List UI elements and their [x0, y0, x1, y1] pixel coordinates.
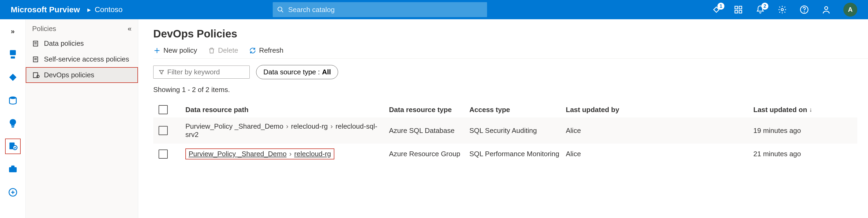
- sidebar-item-label: DevOps policies: [44, 71, 94, 79]
- toolbar: New policy Delete Refresh: [153, 46, 868, 59]
- main-content: DevOps Policies New policy Delete Refres…: [138, 19, 868, 218]
- rail-map-icon[interactable]: [7, 72, 19, 83]
- svg-point-0: [278, 7, 282, 11]
- bell-badge: 2: [762, 3, 768, 10]
- cell-type: Azure SQL Database: [389, 126, 469, 135]
- filter-keyword-input[interactable]: [167, 68, 245, 76]
- row-checkbox[interactable]: [159, 149, 168, 158]
- self-service-icon: [32, 56, 40, 63]
- cell-path[interactable]: Purview_Policy _Shared_Demo›relecloud-rg: [185, 148, 389, 159]
- row-checkbox[interactable]: [159, 126, 168, 135]
- devops-policy-icon: [32, 71, 40, 79]
- chevron-right-icon: ›: [331, 122, 333, 130]
- svg-rect-4: [739, 6, 742, 9]
- cell-updated-on: 21 minutes ago: [753, 150, 839, 158]
- col-by[interactable]: Last updated by: [566, 106, 753, 114]
- rail-policy-icon[interactable]: [7, 141, 19, 152]
- bell-icon[interactable]: 2: [755, 5, 765, 14]
- app-name: Microsoft Purview: [11, 5, 80, 14]
- chevron-right-icon: ›: [289, 150, 292, 158]
- page-title: DevOps Policies: [153, 28, 868, 40]
- filter-icon: [158, 69, 164, 76]
- search-input[interactable]: [288, 6, 483, 14]
- sidebar-item-self-service[interactable]: Self-service access policies: [26, 51, 138, 67]
- sidebar-item-devops-policies[interactable]: DevOps policies: [26, 67, 138, 83]
- cell-access: SQL Security Auditing: [469, 126, 566, 135]
- cell-path[interactable]: Purview_Policy _Shared_Demo›relecloud-rg…: [185, 122, 389, 139]
- col-path[interactable]: Data resource path: [185, 106, 389, 114]
- svg-rect-18: [9, 167, 17, 172]
- expand-rail-button[interactable]: »: [7, 26, 19, 37]
- collapse-panel-button[interactable]: «: [128, 25, 131, 33]
- nav-rail: »: [0, 19, 26, 218]
- cell-updated-by: Alice: [566, 126, 753, 135]
- avatar[interactable]: A: [843, 3, 857, 16]
- diamond-badge: 1: [717, 3, 724, 10]
- search-box[interactable]: [273, 2, 487, 17]
- sidebar-item-data-policies[interactable]: Data policies: [26, 36, 138, 51]
- result-count: Showing 1 - 2 of 2 items.: [153, 85, 868, 94]
- cell-updated-by: Alice: [566, 150, 753, 158]
- delete-button: Delete: [208, 46, 238, 54]
- rail-datasource-icon[interactable]: [7, 95, 19, 106]
- chevron-right-icon: ›: [286, 122, 288, 130]
- select-all-checkbox[interactable]: [159, 105, 168, 114]
- col-on[interactable]: Last updated on ↓: [753, 106, 839, 114]
- filter-row: Data source type : All: [153, 65, 868, 79]
- table-row[interactable]: Purview_Policy _Shared_Demo›relecloud-rg…: [153, 117, 857, 144]
- help-icon[interactable]: [799, 5, 809, 14]
- breadcrumb-chevron-icon: ▸: [87, 6, 91, 14]
- side-panel-title: Policies: [32, 25, 56, 33]
- svg-point-14: [9, 97, 16, 99]
- filter-keyword-box[interactable]: [153, 66, 250, 79]
- svg-rect-3: [735, 6, 738, 9]
- feedback-icon[interactable]: [822, 5, 831, 14]
- sidebar-item-label: Self-service access policies: [44, 55, 129, 63]
- svg-line-1: [281, 10, 283, 12]
- svg-point-7: [781, 8, 784, 11]
- col-type[interactable]: Data resource type: [389, 106, 469, 114]
- svg-rect-12: [11, 57, 15, 59]
- data-source-type-filter[interactable]: Data source type : All: [256, 65, 338, 79]
- search-icon: [277, 6, 284, 13]
- header-actions: 1 2 A: [712, 3, 868, 16]
- policy-list-icon: [32, 40, 40, 48]
- highlighted-path[interactable]: Purview_Policy _Shared_Demo›relecloud-rg: [185, 148, 334, 159]
- grid-icon[interactable]: [734, 5, 743, 14]
- side-panel: Policies « Data policies Self-service ac…: [26, 19, 138, 218]
- new-policy-button[interactable]: New policy: [153, 46, 197, 54]
- svg-rect-15: [11, 126, 14, 128]
- sidebar-item-label: Data policies: [44, 39, 84, 48]
- rail-insights-icon[interactable]: [7, 118, 19, 129]
- col-access[interactable]: Access type: [469, 106, 566, 114]
- svg-rect-6: [739, 10, 742, 13]
- cell-type: Azure Resource Group: [389, 150, 469, 158]
- svg-point-10: [825, 7, 828, 10]
- policies-table: Data resource path Data resource type Ac…: [153, 102, 857, 164]
- gear-icon[interactable]: [777, 5, 787, 14]
- cell-access: SQL Performance Monitoring: [469, 150, 566, 158]
- refresh-button[interactable]: Refresh: [249, 46, 283, 54]
- svg-rect-11: [10, 50, 16, 55]
- rail-workflow-icon[interactable]: [7, 164, 19, 175]
- tenant-name[interactable]: Contoso: [95, 5, 122, 14]
- table-header-row: Data resource path Data resource type Ac…: [153, 102, 857, 117]
- svg-rect-13: [10, 74, 16, 80]
- table-row[interactable]: Purview_Policy _Shared_Demo›relecloud-rg…: [153, 144, 857, 164]
- cell-updated-on: 19 minutes ago: [753, 126, 839, 135]
- rail-management-icon[interactable]: [7, 187, 19, 198]
- sort-down-icon: ↓: [809, 106, 812, 113]
- diamond-icon[interactable]: 1: [712, 5, 721, 14]
- svg-point-9: [804, 12, 804, 12]
- top-header: Microsoft Purview ▸ Contoso 1 2 A: [0, 0, 868, 19]
- rail-catalog-icon[interactable]: [7, 49, 19, 60]
- svg-rect-5: [735, 10, 738, 13]
